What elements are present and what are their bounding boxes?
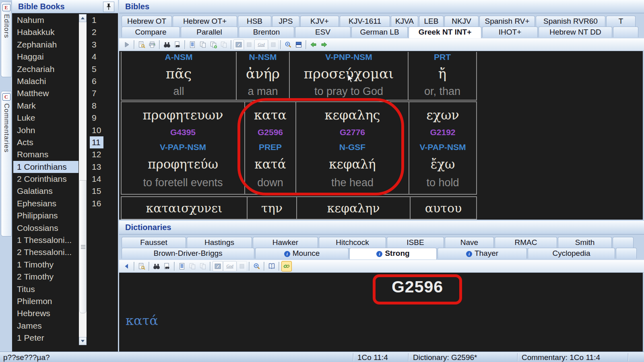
back-button[interactable] — [122, 261, 132, 272]
tab-spanish-rvr60[interactable]: Spanish RVR60 — [536, 16, 605, 27]
search-button[interactable] — [151, 261, 162, 272]
scrollbar-thumb[interactable] — [79, 180, 87, 313]
list-item[interactable]: Titus — [13, 283, 78, 295]
tab-fausset[interactable]: Fausset — [122, 237, 186, 248]
search-in-page-button[interactable] — [172, 39, 183, 50]
nav-forward-button[interactable] — [319, 39, 329, 50]
tab-mounce[interactable]: iMounce — [255, 248, 349, 259]
book-list-scrollbar[interactable] — [79, 14, 87, 345]
interlinear-cell[interactable]: αυτου — [411, 197, 477, 219]
list-item[interactable]: Malachi — [13, 75, 78, 87]
tab-thayer[interactable]: iThayer — [438, 248, 527, 259]
chapter-item[interactable]: 2 — [88, 26, 118, 38]
tab-hebrew-ot[interactable]: Hebrew OT — [122, 16, 172, 27]
chapter-item[interactable]: 10 — [88, 124, 118, 136]
tab-greek-nt-int-active[interactable]: Greek NT INT+ — [409, 27, 481, 38]
rail-tab-editors[interactable]: E Editors — [1, 2, 12, 77]
play-button[interactable] — [122, 39, 132, 50]
copy-disabled-button[interactable] — [198, 261, 208, 272]
tab-german-lb[interactable]: German LB — [351, 27, 408, 37]
tab-blank-partial[interactable] — [613, 237, 634, 248]
split-view-button[interactable] — [293, 39, 304, 50]
chapter-item[interactable]: 16 — [88, 197, 118, 210]
chapter-item[interactable]: 13 — [88, 161, 118, 173]
dictionary-lemma-link[interactable]: κατά — [126, 313, 158, 328]
list-item-selected[interactable]: 1 Corinthians — [13, 161, 78, 173]
tab-hsb[interactable]: HSB — [238, 16, 271, 27]
nav-back-button[interactable] — [308, 39, 319, 50]
book-button[interactable] — [266, 261, 277, 272]
document-button[interactable] — [187, 39, 198, 50]
print-button[interactable] — [147, 39, 157, 50]
list-item[interactable]: Habakkuk — [13, 26, 78, 38]
tab-nkjv[interactable]: NKJV — [444, 16, 479, 27]
copy-disabled-button[interactable] — [187, 261, 198, 272]
copy-button[interactable] — [198, 39, 208, 50]
list-item[interactable]: John — [13, 124, 78, 136]
list-item[interactable]: 1 Peter — [13, 332, 78, 344]
edit-button[interactable] — [213, 261, 223, 272]
document-button[interactable] — [177, 261, 187, 272]
tab-partial[interactable]: T — [606, 16, 636, 27]
tab-hitchcock[interactable]: Hitchcock — [319, 237, 386, 248]
chapter-item[interactable]: 3 — [88, 39, 118, 51]
chapter-item[interactable]: 15 — [88, 185, 118, 197]
tab-hawker[interactable]: Hawker — [253, 237, 318, 248]
list-item[interactable]: 2 Timothy — [13, 271, 78, 283]
tab-ihot-plus[interactable]: IHOT+ — [482, 27, 538, 37]
list-item[interactable]: Matthew — [13, 87, 78, 99]
list-item[interactable]: Galatians — [13, 185, 78, 197]
tab-jps[interactable]: JPS — [272, 16, 299, 27]
interlinear-cell[interactable]: PRT ἤ or, than — [409, 52, 477, 100]
list-item[interactable]: Haggai — [13, 51, 78, 63]
tab-spanish-rv-plus[interactable]: Spanish RV+ — [479, 16, 535, 27]
tab-esv[interactable]: ESV — [295, 27, 351, 37]
list-item[interactable]: Philemon — [13, 295, 78, 307]
list-item[interactable]: James — [13, 320, 78, 332]
strongs-link[interactable]: G4395 — [122, 128, 244, 137]
god-button[interactable]: God — [223, 261, 237, 272]
tab-blank-partial[interactable] — [616, 248, 637, 259]
list-item[interactable]: Mark — [13, 100, 78, 112]
interlinear-cell[interactable]: N-NSM ἀνήρ a man — [237, 52, 290, 100]
tab-cyclopedia[interactable]: Cyclopedia — [528, 248, 615, 259]
tab-hebrew-ot-plus[interactable]: Hebrew OT+ — [173, 16, 237, 27]
chapter-item[interactable]: 12 — [88, 148, 118, 160]
page-preview-button[interactable] — [136, 261, 147, 272]
strongs-link[interactable]: G2192 — [409, 128, 476, 137]
tab-kjva[interactable]: KJVA — [391, 16, 418, 27]
tab-rmac[interactable]: RMAC — [495, 237, 557, 248]
search-button[interactable] — [162, 39, 172, 50]
chapter-item[interactable]: 7 — [88, 87, 118, 99]
interlinear-cell[interactable]: την — [248, 197, 297, 219]
tab-brenton[interactable]: Brenton — [239, 27, 294, 37]
tab-compare[interactable]: Compare — [122, 27, 180, 37]
scroll-up-button[interactable] — [79, 14, 87, 22]
tab-isbe[interactable]: ISBE — [387, 237, 444, 248]
chapter-item[interactable]: 5 — [88, 63, 118, 75]
chapter-item[interactable]: 6 — [88, 75, 118, 87]
chapter-item[interactable]: 8 — [88, 100, 118, 112]
tab-parallel[interactable]: Parallel — [181, 27, 238, 37]
zoom-in-button[interactable] — [252, 261, 262, 272]
scroll-down-button[interactable] — [79, 337, 87, 345]
chapter-item[interactable]: 4 — [88, 51, 118, 63]
pin-button[interactable] — [103, 2, 114, 12]
tab-hebrew-nt-dd[interactable]: Hebrew NT DD — [539, 27, 612, 37]
list-item[interactable]: 1 Thessaloni... — [13, 234, 78, 246]
tab-smith[interactable]: Smith — [558, 237, 612, 248]
chapter-item-selected[interactable]: 11 — [88, 136, 118, 148]
list-item[interactable]: Zechariah — [13, 63, 78, 75]
sync-link-button[interactable] — [281, 261, 292, 272]
list-item[interactable]: Hebrews — [13, 307, 78, 319]
list-item[interactable]: 2 Thessaloni... — [13, 246, 78, 258]
interlinear-cell[interactable]: A-NSM πᾶς all — [122, 52, 237, 100]
zoom-in-button[interactable] — [283, 39, 293, 50]
interlinear-cell[interactable]: κεφαλην — [297, 197, 411, 219]
tab-hastings[interactable]: Hastings — [187, 237, 252, 248]
list-item[interactable]: Colossians — [13, 222, 78, 234]
rail-tab-commentaries[interactable]: C Commentaries — [1, 91, 12, 237]
list-item[interactable]: Zephaniah — [13, 39, 78, 51]
search-in-page-button[interactable] — [162, 261, 172, 272]
copy-disabled-button[interactable] — [219, 39, 229, 50]
